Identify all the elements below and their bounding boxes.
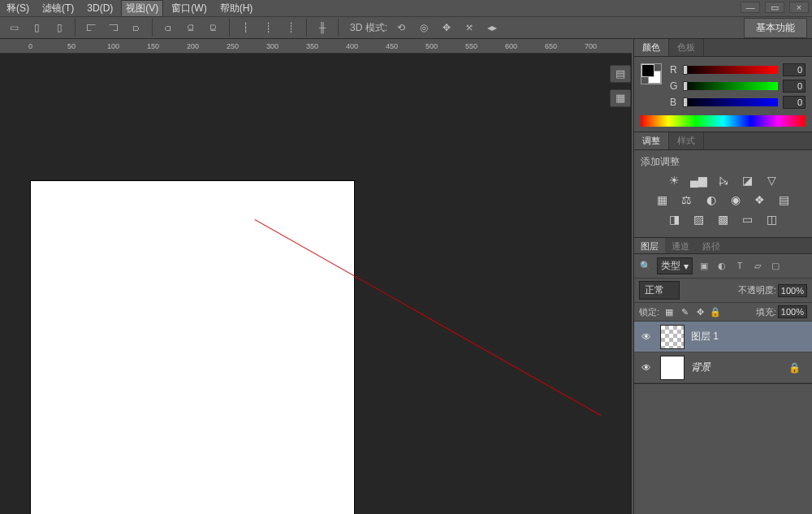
g-label: G	[670, 80, 678, 92]
layer-item-layer1[interactable]: 👁 图层 1	[634, 322, 812, 352]
lock-all-icon[interactable]: 🔒	[710, 307, 721, 317]
ruler-tick: 700	[585, 42, 597, 50]
ruler-tick: 150	[147, 42, 159, 50]
vibrance-icon[interactable]: ▽	[764, 174, 780, 187]
ruler-tick: 650	[545, 42, 557, 50]
fill-value[interactable]: 100%	[778, 305, 807, 318]
balance-icon[interactable]: ⚖	[679, 193, 695, 206]
align-right-icon[interactable]: ⫐	[127, 19, 145, 36]
minimize-button[interactable]: —	[741, 2, 760, 13]
tab-color[interactable]: 颜色	[634, 39, 669, 56]
layer-name[interactable]: 背景	[691, 361, 710, 374]
b-label: B	[670, 97, 678, 108]
foreground-background-swatches[interactable]	[641, 63, 662, 84]
maximize-button[interactable]: ▭	[765, 2, 784, 13]
hue-icon[interactable]: ▦	[654, 193, 671, 206]
scale-icon[interactable]: ◂▸	[483, 19, 501, 36]
pan-icon[interactable]: ✥	[438, 19, 456, 36]
collapsed-panel-info-icon[interactable]: ▦	[610, 89, 631, 107]
collapsed-panel-histogram-icon[interactable]: ▤	[610, 65, 631, 83]
tab-swatches[interactable]: 色板	[669, 39, 704, 56]
align-icon-2[interactable]: ▯	[28, 19, 45, 36]
threshold-icon[interactable]: ▩	[715, 213, 732, 226]
separator	[229, 19, 230, 37]
ruler-tick: 350	[306, 42, 318, 50]
color-spectrum[interactable]	[641, 115, 806, 127]
align-center-v-icon[interactable]: ⫑	[182, 19, 200, 36]
workspace-switcher[interactable]: 基本功能	[744, 18, 807, 38]
r-label: R	[670, 64, 678, 76]
menu-filter[interactable]: 滤镜(T)	[37, 0, 79, 17]
auto-align-icon[interactable]: ╫	[313, 19, 331, 36]
tab-adjustments[interactable]: 调整	[634, 132, 669, 149]
filter-pixel-icon[interactable]: ▣	[698, 261, 710, 272]
align-center-h-icon[interactable]: ⫎	[105, 19, 123, 36]
ruler-tick: 550	[465, 42, 477, 50]
menu-help[interactable]: 帮助(H)	[215, 0, 258, 17]
menu-view[interactable]: 视图(V)	[121, 0, 163, 17]
blend-mode-select[interactable]: 正常	[639, 281, 680, 300]
distribute-v-icon[interactable]: ┊	[259, 19, 277, 36]
brightness-icon[interactable]: ☀	[667, 174, 683, 187]
menu-window[interactable]: 窗口(W)	[166, 0, 211, 17]
channel-mixer-icon[interactable]: ❖	[752, 193, 768, 206]
visibility-toggle[interactable]: 👁	[639, 362, 654, 374]
align-left-icon[interactable]: ⫍	[82, 19, 100, 36]
canvas[interactable]	[31, 181, 354, 514]
tab-layers[interactable]: 图层	[634, 238, 665, 253]
gradient-map-icon[interactable]: ▭	[740, 213, 756, 226]
b-value[interactable]: 0	[783, 96, 806, 109]
posterize-icon[interactable]: ▨	[691, 213, 707, 226]
ruler-tick: 600	[505, 42, 517, 50]
align-bottom-icon[interactable]: ⫒	[205, 19, 222, 36]
align-icon-3[interactable]: ▯	[50, 19, 68, 36]
align-top-icon[interactable]: ⫏	[159, 19, 177, 36]
separator	[75, 19, 76, 37]
bw-icon[interactable]: ◐	[703, 193, 719, 206]
photo-filter-icon[interactable]: ◉	[728, 193, 744, 206]
curves-icon[interactable]: ⦮	[715, 174, 732, 187]
filter-type-icon[interactable]: T	[733, 261, 746, 272]
align-icon-1[interactable]: ▭	[5, 19, 23, 36]
tab-paths[interactable]: 路径	[696, 238, 727, 253]
tab-channels[interactable]: 通道	[665, 238, 696, 253]
ruler-tick: 0	[28, 42, 32, 50]
filter-adjust-icon[interactable]: ◐	[715, 261, 728, 272]
exposure-icon[interactable]: ◪	[740, 174, 756, 187]
layer-item-background[interactable]: 👁 背景 🔒	[634, 352, 812, 383]
opacity-value[interactable]: 100%	[778, 284, 807, 297]
menubar: 释(S) 滤镜(T) 3D(D) 视图(V) 窗口(W) 帮助(H)	[0, 0, 812, 16]
lock-transparent-icon[interactable]: ▦	[663, 307, 675, 317]
foreground-color-swatch[interactable]	[641, 64, 654, 77]
selective-color-icon[interactable]: ◫	[764, 213, 780, 226]
lock-pixels-icon[interactable]: ✎	[679, 307, 690, 317]
orbit-icon[interactable]: ⟲	[392, 19, 410, 36]
filter-kind-select[interactable]: 类型▾	[657, 257, 693, 274]
layer-thumbnail[interactable]	[660, 356, 685, 380]
filter-smart-icon[interactable]: ▢	[769, 261, 782, 272]
r-value[interactable]: 0	[783, 63, 806, 76]
levels-icon[interactable]: ▄▆	[691, 174, 707, 187]
tab-styles[interactable]: 样式	[669, 132, 704, 149]
options-bar: ▭ ▯ ▯ ⫍ ⫎ ⫐ ⫏ ⫑ ⫒ ┆ ┊ ┊ ╫ 3D 模式: ⟲ ◎ ✥ ⤧…	[0, 16, 812, 39]
lock-position-icon[interactable]: ✥	[694, 307, 706, 317]
ruler-tick: 450	[386, 42, 398, 50]
distribute-icon-3[interactable]: ┊	[282, 19, 300, 36]
g-slider[interactable]	[683, 82, 778, 90]
color-lookup-icon[interactable]: ▤	[776, 193, 793, 206]
g-value[interactable]: 0	[783, 80, 806, 93]
roll-icon[interactable]: ◎	[415, 19, 433, 36]
filter-shape-icon[interactable]: ▱	[751, 261, 764, 272]
r-slider[interactable]	[683, 66, 778, 74]
visibility-toggle[interactable]: 👁	[639, 331, 654, 343]
layer-name[interactable]: 图层 1	[691, 330, 719, 343]
layer-thumbnail[interactable]	[660, 325, 685, 349]
invert-icon[interactable]: ◨	[667, 213, 683, 226]
distribute-h-icon[interactable]: ┆	[236, 19, 254, 36]
close-button[interactable]: ×	[789, 2, 809, 13]
slide-icon[interactable]: ⤧	[460, 19, 478, 36]
b-slider[interactable]	[683, 98, 778, 106]
menu-3d[interactable]: 3D(D)	[82, 1, 118, 15]
search-icon[interactable]: 🔍	[639, 261, 652, 272]
menu-select[interactable]: 释(S)	[2, 0, 34, 17]
